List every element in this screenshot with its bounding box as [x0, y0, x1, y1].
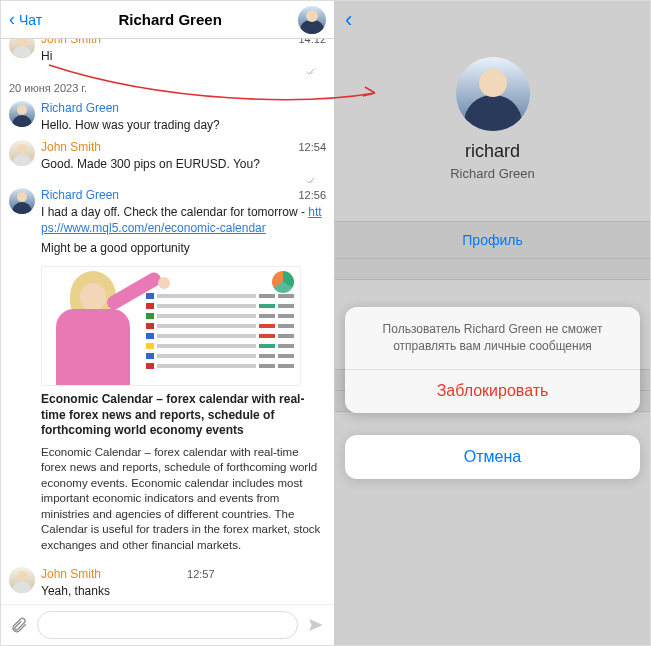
message-text: Hi: [41, 46, 326, 68]
profile-header: ‹: [335, 1, 650, 39]
attachment-icon[interactable]: [9, 615, 29, 635]
chat-pane: ‹ Чат Richard Green John Smith 14:12 Hi …: [1, 1, 335, 645]
action-sheet-message: Пользователь Richard Green не сможет отп…: [345, 307, 640, 369]
avatar: [9, 39, 35, 58]
message-input[interactable]: [37, 611, 298, 639]
preview-image: Economic Calendar Indicators and Events: [41, 266, 301, 386]
globe-icon: [272, 271, 294, 293]
message-text: I had a day off. Check the calendar for …: [41, 202, 326, 261]
message-text: Yeah, thanks: [41, 581, 326, 603]
action-sheet: Пользователь Richard Green не сможет отп…: [345, 307, 640, 413]
profile-pane: ‹ richard Richard Green Профиль Пользова…: [335, 1, 650, 645]
avatar: [9, 567, 35, 593]
message-text: Hello. How was your trading day?: [41, 115, 326, 137]
chat-message-list[interactable]: John Smith 14:12 Hi 20 июня 2023 г. Rich…: [1, 39, 334, 604]
back-chevron-icon[interactable]: ‹: [345, 7, 352, 33]
message-text: Good. Made 300 pips on EURUSD. You?: [41, 154, 326, 176]
message-fragment: Might be a good opportunity: [41, 240, 326, 256]
message-time: 14:12: [298, 39, 326, 45]
cancel-button[interactable]: Отмена: [345, 435, 640, 479]
contact-avatar-header[interactable]: [298, 6, 326, 34]
preview-table-illustration: [146, 291, 294, 381]
back-chevron-icon[interactable]: ‹: [9, 9, 15, 30]
message-input-bar: [1, 604, 334, 645]
message-row: John Smith 14:12 Hi: [1, 39, 334, 76]
message-row: John Smith 12:54 Good. Made 300 pips on …: [1, 137, 334, 184]
chat-header: ‹ Чат Richard Green: [1, 1, 334, 39]
delivered-check-icon: [306, 177, 318, 185]
block-button[interactable]: Заблокировать: [345, 369, 640, 413]
preview-illustration: [41, 266, 148, 385]
sender-name: John Smith: [41, 140, 101, 154]
preview-description: Economic Calendar – forex calendar with …: [41, 445, 326, 554]
preview-title: Economic Calendar – forex calendar with …: [41, 392, 326, 439]
link-preview[interactable]: Economic Calendar Indicators and Events: [41, 266, 326, 553]
back-label[interactable]: Чат: [19, 12, 42, 28]
avatar: [9, 188, 35, 214]
delivered-check-icon: [306, 68, 318, 76]
send-icon[interactable]: [306, 615, 326, 635]
sender-name: John Smith: [41, 39, 101, 46]
sender-name: Richard Green: [41, 188, 119, 202]
message-time: 12:56: [298, 189, 326, 201]
sender-name: John Smith: [41, 567, 101, 581]
message-row: John Smith 12:57 Yeah, thanks: [1, 564, 334, 603]
message-fragment: I had a day off. Check the calendar for …: [41, 205, 308, 219]
date-separator: 20 июня 2023 г.: [1, 76, 334, 98]
message-row: Richard Green Hello. How was your tradin…: [1, 98, 334, 137]
avatar: [9, 101, 35, 127]
chat-title: Richard Green: [42, 11, 298, 28]
message-row: Richard Green 12:56 I had a day off. Che…: [1, 185, 334, 558]
message-time: 12:54: [298, 141, 326, 153]
avatar: [9, 140, 35, 166]
message-time: 12:57: [187, 568, 215, 580]
sender-name: Richard Green: [41, 101, 119, 115]
